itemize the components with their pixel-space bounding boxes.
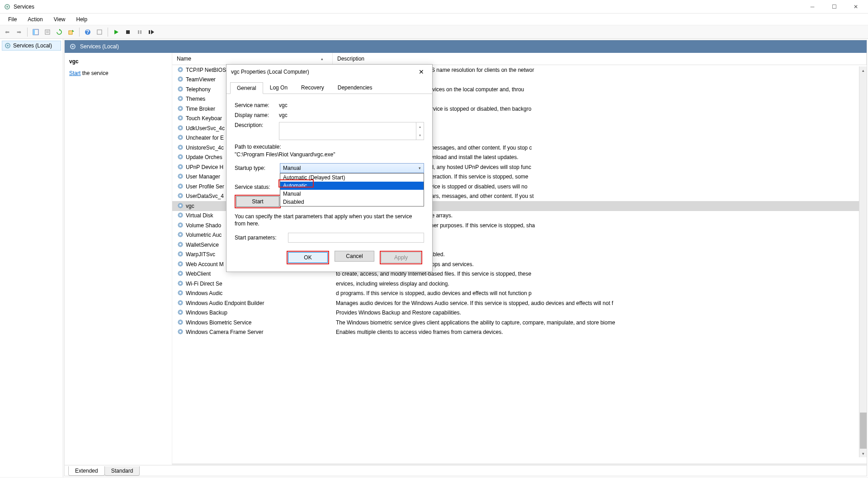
description-textbox[interactable]: ▴▾: [279, 122, 424, 140]
scroll-down-icon[interactable]: ▾: [859, 450, 867, 457]
tab-general[interactable]: General: [230, 82, 263, 94]
svg-point-48: [179, 311, 181, 313]
scroll-up-icon[interactable]: ▴: [859, 66, 867, 74]
gear-icon: [177, 261, 184, 268]
option-automatic[interactable]: Automatic: [280, 182, 424, 190]
menu-bar: File Action View Help: [0, 14, 868, 25]
gear-icon: [177, 66, 184, 74]
tab-dependencies[interactable]: Dependencies: [331, 82, 379, 94]
start-service-button[interactable]: [111, 27, 122, 38]
service-description: The Windows biometric service gives clie…: [330, 319, 867, 326]
column-header-description[interactable]: Description: [333, 53, 867, 65]
gear-icon: [177, 183, 184, 190]
service-row[interactable]: Windows BackupProvides Windows Backup an…: [172, 308, 867, 318]
properties-button[interactable]: [42, 27, 53, 38]
dialog-titlebar[interactable]: vgc Properties (Local Computer) ✕: [226, 65, 432, 79]
pause-service-button[interactable]: [134, 27, 145, 38]
show-hide-tree-button[interactable]: [30, 27, 41, 38]
toolbar-separator: [27, 28, 28, 37]
gear-icon: [177, 290, 184, 297]
svg-point-47: [179, 302, 181, 304]
panel-header: Services (Local): [65, 40, 867, 53]
apply-button: Apply: [381, 252, 421, 263]
cancel-button[interactable]: Cancel: [335, 251, 374, 262]
gear-icon: [4, 42, 11, 49]
tab-extended[interactable]: Extended: [68, 466, 105, 476]
close-button[interactable]: ✕: [849, 2, 863, 11]
annotation-highlight: Apply: [380, 251, 422, 264]
minimize-button[interactable]: ─: [806, 2, 819, 11]
gear-icon: [177, 192, 184, 200]
scroll-right-icon[interactable]: ▸: [859, 464, 867, 465]
forward-button[interactable]: ➡: [14, 27, 24, 38]
value-path: "C:\Program Files\Riot Vanguard\vgc.exe": [235, 151, 424, 158]
service-row[interactable]: Wi-Fi Direct Seervices, including wirele…: [172, 279, 867, 289]
spin-up-icon[interactable]: ▴: [416, 122, 424, 131]
dialog-title-text: vgc Properties (Local Computer): [231, 69, 309, 75]
gear-icon: [177, 154, 184, 161]
gear-icon: [177, 86, 184, 93]
back-button[interactable]: ⬅: [2, 27, 13, 38]
service-description: Provides Windows Backup and Restore capa…: [330, 310, 867, 316]
vertical-scrollbar[interactable]: ▴ ▾: [859, 66, 867, 457]
dialog-close-button[interactable]: ✕: [415, 67, 428, 76]
svg-point-35: [179, 185, 181, 187]
tab-log-on[interactable]: Log On: [263, 82, 294, 94]
help-button[interactable]: ?: [82, 27, 93, 38]
list-button[interactable]: [94, 27, 105, 38]
svg-point-38: [179, 214, 181, 216]
option-automatic-delayed[interactable]: Automatic (Delayed Start): [280, 174, 424, 182]
svg-marker-9: [72, 30, 74, 32]
svg-point-46: [179, 292, 181, 294]
refresh-button[interactable]: [54, 27, 65, 38]
startup-type-combobox[interactable]: Manual ▾: [280, 163, 424, 173]
column-header-name[interactable]: Name▴: [172, 53, 333, 65]
restart-service-button[interactable]: [146, 27, 157, 38]
svg-rect-8: [69, 31, 72, 34]
service-row[interactable]: Windows Audicd programs. If this service…: [172, 289, 867, 299]
menu-file[interactable]: File: [3, 14, 22, 24]
menu-help[interactable]: Help: [71, 14, 93, 24]
stop-service-button[interactable]: [123, 27, 133, 38]
tab-standard[interactable]: Standard: [104, 466, 140, 476]
export-button[interactable]: [66, 27, 76, 38]
tab-recovery[interactable]: Recovery: [294, 82, 331, 94]
gear-icon: [177, 270, 184, 277]
svg-point-42: [179, 253, 181, 255]
start-service-link[interactable]: Start: [69, 70, 80, 76]
svg-rect-3: [33, 29, 35, 35]
gear-icon: [177, 202, 184, 210]
toolbar-separator: [79, 28, 80, 37]
gear-icon: [177, 95, 184, 103]
svg-point-31: [179, 146, 181, 148]
gear-icon: [177, 173, 184, 180]
chevron-down-icon: ▾: [419, 166, 421, 170]
option-manual[interactable]: Manual: [280, 190, 424, 198]
menu-view[interactable]: View: [48, 14, 71, 24]
start-button[interactable]: Start: [236, 196, 279, 207]
gear-icon: [177, 115, 184, 122]
service-row[interactable]: Windows Camera Frame ServerEnables multi…: [172, 328, 867, 338]
window-titlebar: Services ─ ☐ ✕: [0, 0, 868, 14]
start-service-text: Start the service: [69, 70, 167, 76]
hint-text: You can specify the start parameters tha…: [235, 213, 424, 227]
ok-button[interactable]: OK: [288, 252, 328, 263]
spin-down-icon[interactable]: ▾: [416, 131, 424, 140]
svg-point-22: [72, 46, 74, 47]
detail-pane: vgc Start the service: [65, 53, 172, 465]
option-disabled[interactable]: Disabled: [280, 198, 424, 206]
svg-point-43: [179, 263, 181, 265]
scroll-left-icon[interactable]: ◂: [172, 464, 180, 465]
horizontal-scrollbar[interactable]: ◂ ▸: [172, 464, 867, 465]
service-row[interactable]: Windows Audio Endpoint BuilderManages au…: [172, 298, 867, 308]
services-app-icon: [4, 3, 11, 10]
start-parameters-input[interactable]: [288, 233, 424, 243]
maximize-button[interactable]: ☐: [827, 2, 841, 11]
scrollbar-thumb[interactable]: [860, 413, 867, 449]
svg-point-20: [7, 45, 9, 47]
label-service-status: Service status:: [235, 184, 280, 190]
tree-root-services-local[interactable]: Services (Local): [2, 41, 61, 51]
service-row[interactable]: Windows Biometric ServiceThe Windows bio…: [172, 318, 867, 328]
menu-action[interactable]: Action: [22, 14, 48, 24]
svg-point-32: [179, 156, 181, 158]
